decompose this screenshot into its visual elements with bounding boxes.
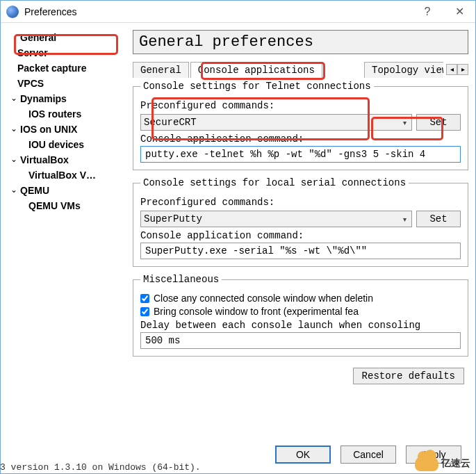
tab-topology-view[interactable]: Topology view	[364, 62, 443, 78]
sidebar-item-label: Server	[17, 47, 48, 58]
serial-preconfigured-combo[interactable]: SuperPutty	[140, 211, 412, 227]
serial-set-button[interactable]: Set	[416, 211, 461, 227]
telnet-command-input[interactable]	[140, 146, 461, 163]
serial-legend: Console settings for local serial connec…	[140, 177, 409, 188]
brand-text: 亿速云	[441, 457, 470, 470]
tab-scroll-left-button[interactable]: ◂	[446, 64, 457, 75]
bring-to-front-label: Bring console window to front (experimen…	[154, 306, 359, 317]
serial-command-input[interactable]	[140, 243, 461, 259]
cloud-icon	[415, 456, 438, 471]
sidebar-item-label: QEMU VMs	[28, 200, 81, 211]
telnet-fieldset: Console settings for Telnet connections …	[133, 81, 468, 170]
sidebar-item-qemu-vms[interactable]: QEMU VMs	[8, 198, 126, 213]
sidebar-item-iou-devices[interactable]: IOU devices	[8, 137, 126, 152]
telnet-cmd-label: Console application command:	[140, 133, 461, 145]
sidebar-item-qemu[interactable]: ⌄QEMU	[8, 183, 126, 198]
chevron-down-icon: ⌄	[10, 124, 20, 133]
sidebar-item-ios-on-unix[interactable]: ⌄IOS on UNIX	[8, 122, 126, 137]
chevron-down-icon: ⌄	[10, 154, 20, 164]
sidebar-item-ios-routers[interactable]: IOS routers	[8, 106, 126, 122]
sidebar-item-label: Packet capture	[17, 63, 87, 74]
close-console-label: Close any connected console window when …	[154, 293, 373, 304]
cancel-button[interactable]: Cancel	[340, 446, 396, 464]
misc-fieldset: Miscellaneous Close any connected consol…	[133, 274, 468, 357]
telnet-set-button[interactable]: Set	[416, 114, 461, 131]
status-version-text: 3 version 1.3.10 on Windows (64-bit).	[0, 462, 201, 473]
preferences-window: Preferences ? ✕ GeneralServerPacket capt…	[0, 0, 476, 474]
sidebar-item-virtualbox[interactable]: ⌄VirtualBox	[8, 152, 126, 167]
misc-legend: Miscellaneous	[140, 274, 222, 285]
sidebar-item-virtualbox-vms[interactable]: VirtualBox V…	[8, 167, 126, 183]
sidebar-item-label: IOS routers	[28, 108, 81, 120]
ok-button[interactable]: OK	[275, 446, 331, 464]
tab-scroll-right-button[interactable]: ▸	[457, 64, 468, 75]
tab-bar: General Console applications Topology vi…	[133, 61, 468, 77]
chevron-down-icon: ⌄	[10, 185, 20, 195]
sidebar-item-label: QEMU	[20, 185, 49, 196]
close-button[interactable]: ✕	[443, 1, 475, 22]
delay-label: Delay between each console launch when c…	[140, 320, 461, 331]
sidebar-item-label: IOS on UNIX	[20, 124, 77, 135]
sidebar: GeneralServerPacket captureVPCS⌄Dynamips…	[8, 30, 126, 440]
telnet-pre-label: Preconfigured commands:	[140, 100, 461, 111]
close-console-checkbox[interactable]	[140, 294, 149, 303]
restore-defaults-button[interactable]: Restore defaults	[353, 368, 464, 384]
window-title: Preferences	[24, 6, 411, 17]
sidebar-item-label: VirtualBox	[20, 154, 69, 165]
chevron-down-icon: ⌄	[10, 93, 20, 103]
close-icon: ✕	[455, 5, 464, 18]
serial-fieldset: Console settings for local serial connec…	[133, 177, 468, 267]
sidebar-item-server[interactable]: Server	[8, 45, 126, 60]
watermark-brand: 亿速云	[415, 456, 470, 471]
serial-pre-label: Preconfigured commands:	[140, 197, 461, 208]
delay-input[interactable]	[140, 332, 461, 349]
content-pane: General preferences General Console appl…	[133, 30, 468, 440]
sidebar-item-label: VPCS	[17, 78, 44, 89]
sidebar-item-general[interactable]: General	[8, 30, 126, 45]
sidebar-item-vpcs[interactable]: VPCS	[8, 76, 126, 91]
app-icon	[6, 6, 19, 18]
tab-console-applications[interactable]: Console applications	[190, 62, 322, 78]
telnet-preconfigured-combo[interactable]: SecureCRT	[140, 114, 412, 131]
titlebar: Preferences ? ✕	[1, 1, 475, 23]
sidebar-item-label: IOU devices	[28, 139, 84, 150]
bring-to-front-checkbox[interactable]	[140, 307, 149, 316]
sidebar-item-packet-capture[interactable]: Packet capture	[8, 60, 126, 76]
telnet-legend: Console settings for Telnet connections	[140, 81, 374, 92]
sidebar-item-label: VirtualBox V…	[28, 170, 96, 181]
page-title: General preferences	[133, 30, 468, 54]
help-icon: ?	[425, 6, 431, 18]
sidebar-item-label: General	[20, 32, 56, 43]
serial-cmd-label: Console application command:	[140, 230, 461, 241]
help-button[interactable]: ?	[411, 1, 443, 22]
sidebar-item-dynamips[interactable]: ⌄Dynamips	[8, 91, 126, 106]
sidebar-item-label: Dynamips	[20, 93, 67, 104]
tab-general[interactable]: General	[133, 62, 189, 78]
